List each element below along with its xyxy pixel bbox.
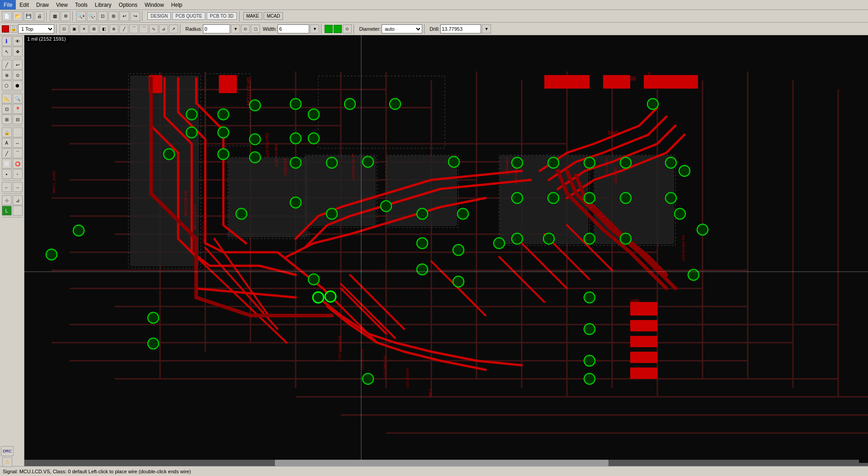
view-button[interactable]: 👁 [13, 36, 23, 46]
grid-button[interactable]: ▦ [50, 11, 60, 21]
layer-disp-button[interactable]: L [2, 206, 12, 216]
layer-visibility-button[interactable] [2, 25, 9, 33]
circle-button[interactable]: ⭕ [13, 159, 23, 169]
info-button[interactable]: ℹ [2, 36, 12, 46]
scroll-left-button[interactable]: ← [2, 182, 12, 192]
new-button[interactable]: 📄 [2, 11, 12, 21]
open-button[interactable]: 📂 [13, 11, 23, 21]
tb2-btn12[interactable]: ↗ [169, 24, 178, 33]
hscroll-thumb[interactable] [275, 460, 609, 466]
menu-file[interactable]: File [0, 0, 16, 9]
svg-point-143 [584, 233, 595, 244]
select-button[interactable]: ↖ [2, 47, 12, 57]
scroll-right-button[interactable]: → [13, 182, 23, 192]
pcb-to-3d-button[interactable]: PCB TO 3D [207, 12, 236, 20]
svg-text:BR.C: BR.C [428, 388, 432, 397]
layer-selector[interactable]: 1 Top 2 Bottom GND VCC [18, 24, 54, 33]
make-button[interactable]: MAKE [243, 12, 262, 20]
route-active2[interactable] [334, 25, 342, 33]
menu-options[interactable]: Options [115, 0, 141, 9]
pcb-quote-button[interactable]: PCB QUOTE [172, 12, 205, 20]
svg-point-120 [448, 156, 459, 167]
svg-point-101 [186, 109, 197, 120]
menu-window[interactable]: Window [141, 0, 168, 9]
svg-point-129 [381, 201, 392, 212]
pcb-canvas[interactable]: 1 mil (2152 1591) FUSION SYNC [24, 35, 868, 466]
polygon-button[interactable]: ⬡ [2, 80, 12, 90]
tb2-btn10[interactable]: ∿ [149, 24, 158, 33]
tb2-btn5[interactable]: ◧ [99, 24, 108, 33]
zoom-in-button[interactable]: 🔍+ [76, 11, 86, 21]
route-active1[interactable] [325, 25, 333, 33]
undo-button[interactable]: ↩ [119, 11, 129, 21]
text-button[interactable]: A [2, 138, 12, 148]
width-input[interactable] [278, 24, 309, 33]
tb2-btn1[interactable]: ⊡ [60, 24, 69, 33]
menu-help[interactable]: Help [168, 0, 186, 9]
tb2-btn11[interactable]: ⊿ [159, 24, 168, 33]
rect-button[interactable]: ⬜ [2, 159, 12, 169]
route-icon: ⊙ [343, 24, 352, 33]
svg-text:LCD.D8B0: LCD.D8B0 [613, 167, 618, 184]
line-button[interactable]: ╱ [2, 148, 12, 158]
search-button[interactable]: 🔍 [13, 94, 23, 104]
drc-button[interactable]: DRC [1, 446, 14, 456]
lock-button[interactable]: 🔒 [2, 127, 12, 137]
design-button[interactable]: DESIGN [147, 12, 171, 20]
add-track-button[interactable]: ⊙ [13, 70, 23, 80]
snap2-button[interactable]: ⊿ [13, 195, 23, 205]
menu-draw[interactable]: Draw [33, 0, 52, 9]
drill-input[interactable] [440, 24, 481, 33]
tb2-btn6[interactable]: ⊗ [109, 24, 118, 33]
polygon2-button[interactable]: ⬢ [13, 80, 23, 90]
snap-button[interactable]: ⊹ [2, 195, 12, 205]
menu-library[interactable]: Library [91, 0, 115, 9]
svg-text:MCU.LCD.VS: MCU.LCD.VS [184, 191, 188, 216]
lt-row11: ╱ ⌒ [2, 148, 23, 158]
add-via-button[interactable]: ⊕ [2, 70, 12, 80]
menu-view[interactable]: View [52, 0, 71, 9]
width-dropdown[interactable]: ▼ [310, 24, 319, 33]
print-button[interactable]: 🖨 [34, 11, 44, 21]
grid-settings-button[interactable]: ⚙ [61, 11, 71, 21]
redo-button[interactable]: ↪ [130, 11, 140, 21]
zoom-fit-button[interactable]: ⊡ [98, 11, 108, 21]
tb2-btn4[interactable]: ⊠ [90, 24, 99, 33]
mcad-button[interactable]: MCAD [264, 12, 283, 20]
tb2-btn8[interactable]: ⌒ [129, 24, 138, 33]
measure-button[interactable]: 📐 [2, 94, 12, 104]
route2-button[interactable]: ↩ [13, 60, 23, 70]
smd-button[interactable]: ⊟ [13, 114, 23, 124]
svg-point-157 [363, 373, 373, 384]
save-button[interactable]: 💾 [24, 11, 33, 21]
radius-dropdown[interactable]: ▼ [231, 24, 240, 33]
move-button[interactable]: ✥ [13, 47, 23, 57]
layer-lock-button[interactable]: 🔒 [10, 25, 17, 33]
drill-dropdown[interactable]: ▼ [482, 24, 491, 33]
pin-button[interactable]: 📍 [13, 104, 23, 114]
tb2-btn3[interactable]: ✕ [80, 24, 89, 33]
radius-input[interactable] [203, 24, 230, 33]
horizontal-scrollbar[interactable] [24, 460, 859, 466]
menu-tools[interactable]: Tools [71, 0, 91, 9]
arc-button[interactable]: ⌒ [13, 148, 23, 158]
fill2-button[interactable]: ▫ [13, 169, 23, 179]
tb2-btn9[interactable]: ⌒ [139, 24, 148, 33]
route-button[interactable]: ╱ [2, 60, 12, 70]
ratsnest-button[interactable] [13, 206, 23, 216]
zoom-select-button[interactable]: ⊞ [108, 11, 118, 21]
lock2-button[interactable] [13, 127, 23, 137]
warning-button[interactable]: ⚠ [2, 457, 12, 466]
diameter-selector[interactable]: auto 0.8 1.0 [382, 24, 422, 33]
zoom-out-button[interactable]: 🔍- [87, 11, 97, 21]
tb2-btn2[interactable]: ▣ [70, 24, 79, 33]
menu-edit[interactable]: Edit [16, 0, 33, 9]
fill-button[interactable]: ▪ [2, 169, 12, 179]
svg-point-123 [584, 157, 595, 168]
drill-label: Drill: [429, 26, 439, 32]
pad-button[interactable]: ⊞ [2, 114, 12, 124]
dim-button[interactable]: ↔ [13, 138, 23, 148]
radius-icon2: ◻ [251, 24, 260, 33]
component-button[interactable]: ⊡ [2, 104, 12, 114]
tb2-btn7[interactable]: ╱ [119, 24, 128, 33]
